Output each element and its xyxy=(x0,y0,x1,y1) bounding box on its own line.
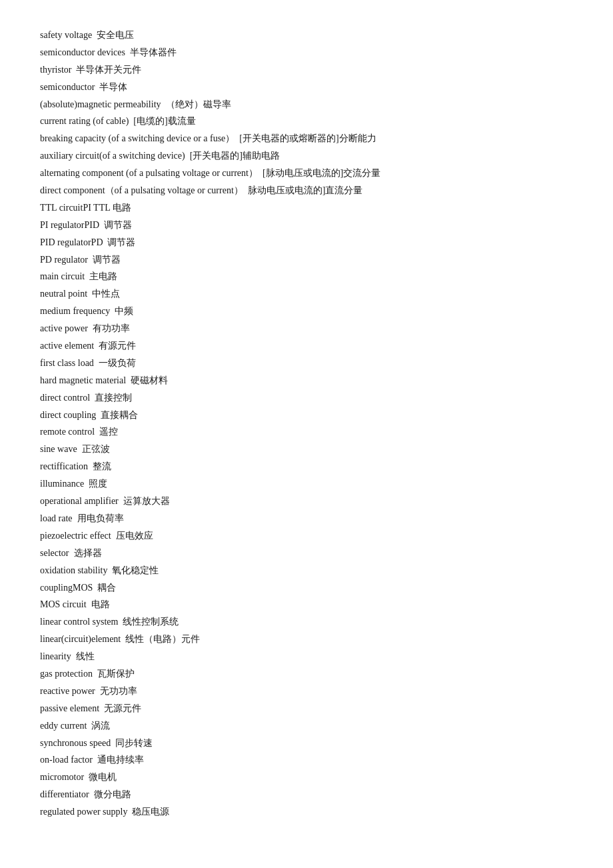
term-line: PI regulatorPID 调节器 xyxy=(40,217,573,234)
term-line: active element 有源元件 xyxy=(40,337,573,355)
term-line: thyristor 半导体开关元件 xyxy=(40,61,573,79)
term-line: hard magnetic material 硬磁材料 xyxy=(40,372,573,389)
term-line: PID regulatorPD 调节器 xyxy=(40,234,573,251)
term-line: remote control 遥控 xyxy=(40,423,573,441)
term-line: MOS circuit 电路 xyxy=(40,596,573,613)
term-line: medium frequency 中频 xyxy=(40,303,573,320)
term-line: differentiator 微分电路 xyxy=(40,786,573,803)
term-line: active power 有功功率 xyxy=(40,320,573,337)
term-line: regulated power supply 稳压电源 xyxy=(40,803,573,821)
term-line: piezoelectric effect 压电效应 xyxy=(40,527,573,545)
term-line: TTL circuitPI TTL 电路 xyxy=(40,199,573,217)
term-line: PD regulator 调节器 xyxy=(40,251,573,269)
term-line: main circuit 主电路 xyxy=(40,268,573,285)
term-line: oxidation stability 氧化稳定性 xyxy=(40,562,573,579)
term-line: direct coupling 直接耦合 xyxy=(40,407,573,424)
term-line: (absolute)magnetic permeability （绝对）磁导率 xyxy=(40,96,573,113)
term-line: first class load 一级负荷 xyxy=(40,355,573,372)
term-line: eddy current 涡流 xyxy=(40,717,573,735)
term-line: breaking capacity (of a switching device… xyxy=(40,130,573,147)
term-line: linear(circuit)element 线性（电路）元件 xyxy=(40,631,573,648)
term-line: reactive power 无功功率 xyxy=(40,683,573,700)
term-line: alternating component (of a pulsating vo… xyxy=(40,165,573,182)
term-line: linear control system 线性控制系统 xyxy=(40,613,573,631)
term-line: passive element 无源元件 xyxy=(40,700,573,717)
term-line: illuminance 照度 xyxy=(40,475,573,493)
term-line: linearity 线性 xyxy=(40,648,573,665)
terms-list: safety voltage 安全电压semiconductor devices… xyxy=(40,27,573,821)
term-line: semiconductor 半导体 xyxy=(40,79,573,96)
term-line: micromotor 微电机 xyxy=(40,769,573,786)
term-line: current rating (of cable) [电缆的]载流量 xyxy=(40,113,573,130)
term-line: neutral point 中性点 xyxy=(40,285,573,303)
term-line: synchronous speed 同步转速 xyxy=(40,735,573,752)
term-line: safety voltage 安全电压 xyxy=(40,27,573,44)
term-line: direct control 直接控制 xyxy=(40,389,573,407)
term-line: semiconductor devices 半导体器件 xyxy=(40,44,573,61)
term-line: gas protection 瓦斯保护 xyxy=(40,665,573,683)
term-line: on-load factor 通电持续率 xyxy=(40,751,573,769)
term-line: auxiliary circuit(of a switching device)… xyxy=(40,147,573,165)
term-line: sine wave 正弦波 xyxy=(40,441,573,458)
term-line: rectiffication 整流 xyxy=(40,458,573,475)
term-line: direct component（of a pulsating voltage … xyxy=(40,182,573,199)
term-line: couplingMOS 耦合 xyxy=(40,579,573,597)
term-line: selector 选择器 xyxy=(40,545,573,562)
term-line: load rate 用电负荷率 xyxy=(40,510,573,527)
term-line: operational amplifier 运算放大器 xyxy=(40,493,573,510)
